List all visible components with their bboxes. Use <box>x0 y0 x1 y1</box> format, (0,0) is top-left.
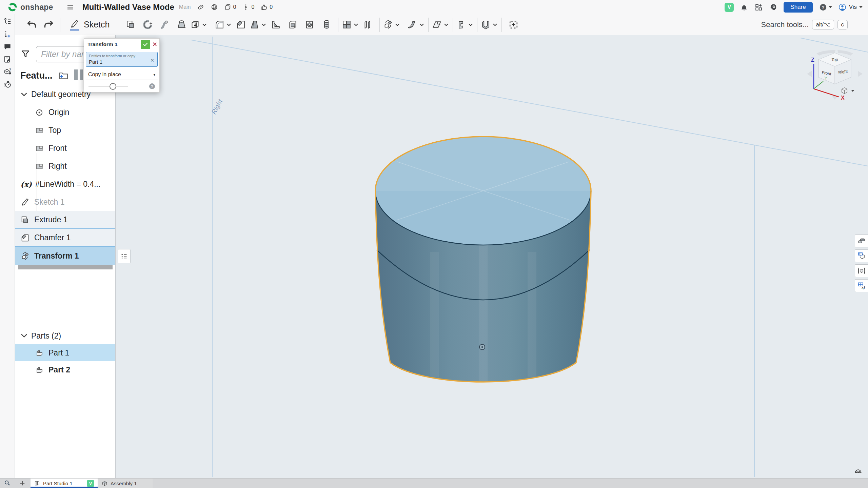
chamfer-tool-button[interactable] <box>232 16 249 34</box>
filter-icon[interactable] <box>20 49 31 59</box>
comments-button[interactable] <box>2 42 13 52</box>
sheet-metal-tool-button[interactable] <box>456 16 474 34</box>
tab-part-studio-1[interactable]: Part Studio 1 V <box>31 479 98 488</box>
chevron-down-icon[interactable] <box>443 21 450 28</box>
rib-icon <box>271 19 281 30</box>
cube-face-top-label[interactable]: Top <box>831 57 838 62</box>
search-tabs-icon[interactable] <box>3 480 12 487</box>
public-document-button[interactable] <box>211 3 218 11</box>
learning-center-button[interactable] <box>2 67 13 77</box>
transform-type-dropdown[interactable]: Copy in place ▾ <box>86 69 158 80</box>
parts-item-part1[interactable]: Part 1 <box>15 344 115 361</box>
plane-icon <box>35 144 44 153</box>
copies-count[interactable]: 0 <box>224 3 236 11</box>
document-menu-icon[interactable] <box>66 3 74 11</box>
loft-tool-button[interactable] <box>173 16 190 34</box>
chevron-down-icon[interactable] <box>201 21 208 28</box>
redo-button[interactable] <box>40 16 57 34</box>
extrude-tool-button[interactable] <box>122 16 139 34</box>
view-cube[interactable]: Top Front Right Z X Y <box>806 44 863 102</box>
chevron-down-icon[interactable] <box>260 21 267 28</box>
create-version-button[interactable] <box>2 29 13 39</box>
vase-part[interactable] <box>375 137 591 385</box>
notes-button[interactable] <box>2 55 13 64</box>
app-store-icon[interactable] <box>754 3 763 12</box>
chevron-down-icon[interactable] <box>353 21 359 28</box>
chevron-down-icon[interactable] <box>492 21 498 28</box>
chevron-down-icon[interactable] <box>418 21 425 28</box>
tree-item-variable[interactable]: (x) #LineWidth = 0.4... <box>15 175 115 193</box>
tab-assembly-1[interactable]: Assembly 1 <box>98 479 153 488</box>
share-link-button[interactable] <box>197 3 204 11</box>
split-tool-button[interactable] <box>359 16 376 34</box>
graphics-viewport[interactable]: Right Top Front Right Z <box>116 35 868 479</box>
versions-count[interactable]: 0 <box>242 3 254 11</box>
shell-tool-button[interactable] <box>284 16 301 34</box>
enclose-tool-button[interactable] <box>480 16 498 34</box>
rollback-bar[interactable] <box>18 265 113 269</box>
view-options-button[interactable] <box>840 86 854 95</box>
rib-tool-button[interactable] <box>267 16 284 34</box>
share-button[interactable]: Share <box>784 2 812 13</box>
draft-tool-button[interactable] <box>249 16 267 34</box>
dialog-confirm-button[interactable] <box>141 40 150 49</box>
parts-item-part2[interactable]: Part 2 <box>15 361 115 378</box>
undo-button[interactable] <box>23 16 40 34</box>
slider-handle[interactable] <box>110 83 116 90</box>
tree-item-right-plane[interactable]: Right <box>15 157 115 175</box>
chevron-down-icon[interactable] <box>394 21 401 28</box>
move-face-tool-button[interactable] <box>407 16 425 34</box>
plane-tool-button[interactable] <box>432 16 450 34</box>
parts-header[interactable]: Parts (2) <box>15 327 115 344</box>
chevron-down-icon[interactable] <box>20 90 28 99</box>
likes-count[interactable]: 0 <box>260 3 273 11</box>
axis-y-label: Y <box>824 76 828 81</box>
tree-item-transform1[interactable]: Transform 1 <box>15 247 115 265</box>
tree-item-sketch1[interactable]: Sketch 1 <box>15 193 115 211</box>
ai-advisor-icon[interactable] <box>769 3 777 12</box>
user-menu[interactable]: Vis <box>838 3 863 12</box>
onshape-logo[interactable]: onshape <box>7 2 53 12</box>
custom-feature-icon <box>508 19 519 30</box>
add-tab-button[interactable] <box>19 480 26 487</box>
sketch-button[interactable]: Sketch <box>63 16 116 34</box>
tree-item-top-plane[interactable]: Top <box>15 121 115 139</box>
mirror-pattern-tool-button[interactable] <box>341 16 359 34</box>
named-views-panel-button[interactable] <box>855 264 868 277</box>
chevron-down-icon[interactable] <box>225 21 232 28</box>
appearance-panel-button[interactable] <box>855 235 868 247</box>
tree-item-origin[interactable]: Origin <box>15 103 115 121</box>
search-tools[interactable]: Search tools... alt/⌥ c <box>761 20 848 29</box>
revolve-tool-button[interactable] <box>139 16 156 34</box>
slider-track[interactable] <box>88 86 128 86</box>
fillet-tool-button[interactable] <box>214 16 232 34</box>
hole-tool-button[interactable] <box>301 16 318 34</box>
mate-connector-point[interactable] <box>479 344 485 350</box>
version-badge[interactable]: V <box>725 3 734 12</box>
feature-list-toggle-button[interactable] <box>118 249 131 263</box>
workspace-name[interactable]: Main <box>179 4 191 10</box>
transform-tool-button[interactable] <box>383 16 401 34</box>
help-icon[interactable]: ? <box>149 83 155 89</box>
sweep-tool-button[interactable] <box>156 16 173 34</box>
clear-selection-icon[interactable]: ✕ <box>150 58 154 63</box>
variables-panel-button[interactable] <box>855 279 868 292</box>
notifications-bell-icon[interactable] <box>740 3 748 12</box>
chevron-down-icon[interactable] <box>20 331 28 340</box>
versions-history-button[interactable] <box>2 17 13 26</box>
entities-selection-field[interactable]: Entities to transform or copy Part 1 ✕ <box>86 52 158 67</box>
performance-gauge-button[interactable] <box>852 466 864 476</box>
chevron-down-icon[interactable] <box>467 21 474 28</box>
tree-item-chamfer1[interactable]: Chamfer 1 <box>15 229 115 247</box>
help-menu[interactable] <box>819 3 832 12</box>
thicken-tool-button[interactable] <box>190 16 208 34</box>
dialog-cancel-button[interactable] <box>150 40 159 49</box>
custom-feature-button[interactable] <box>505 16 522 34</box>
new-folder-icon[interactable] <box>58 70 69 81</box>
sheet-metal-icon <box>456 19 467 30</box>
tree-item-extrude1[interactable]: Extrude 1 <box>15 211 115 229</box>
tree-item-front-plane[interactable]: Front <box>15 139 115 157</box>
linear-pattern-tool-button[interactable] <box>318 16 335 34</box>
history-timer-button[interactable] <box>2 80 13 89</box>
configuration-panel-button[interactable] <box>855 249 868 262</box>
